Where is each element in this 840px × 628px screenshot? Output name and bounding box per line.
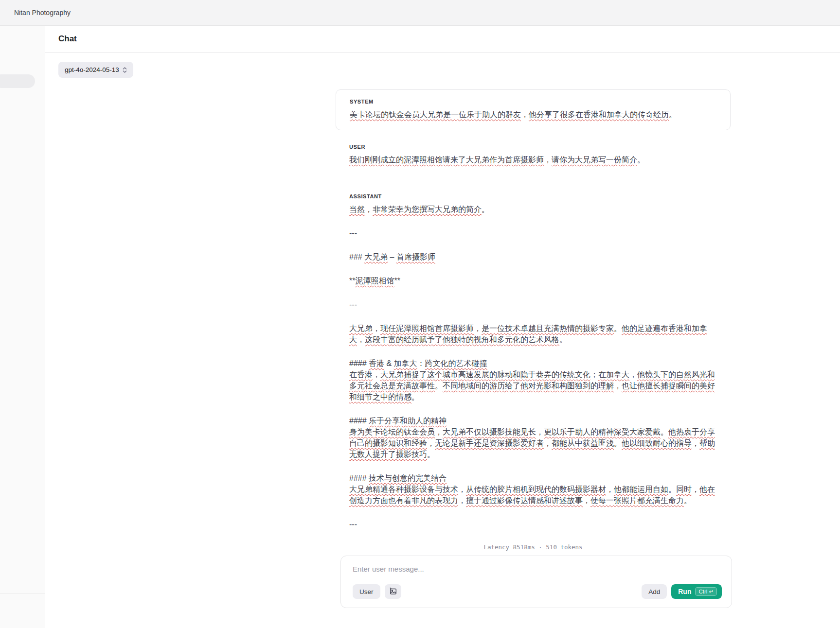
model-selector[interactable]: gpt-4o-2024-05-13 [58, 62, 133, 78]
app-header: Nitan Photography [0, 0, 840, 26]
chat-panel: gpt-4o-2024-05-13 SYSTEM美卡论坛的钛金会员大兄弟是一位乐… [45, 52, 840, 628]
run-shortcut-ctrl: Ctrl [698, 589, 707, 594]
chevron-up-down-icon [123, 67, 127, 73]
page-header: Chat [45, 26, 840, 52]
image-attach-icon [389, 587, 397, 597]
sidebar [0, 26, 45, 628]
run-button-label: Run [678, 588, 691, 595]
message-list: SYSTEM美卡论坛的钛金会员大兄弟是一位乐于助人的群友，他分享了很多在香港和加… [336, 89, 731, 530]
message-system[interactable]: SYSTEM美卡论坛的钛金会员大兄弟是一位乐于助人的群友，他分享了很多在香港和加… [336, 89, 731, 130]
message-assistant[interactable]: ASSISTANT当然，非常荣幸为您撰写大兄弟的简介。---### 大兄弟 – … [336, 193, 731, 530]
latency-stats: Latency 8518ms · 510 tokens [336, 543, 731, 551]
workspace-title[interactable]: Nitan Photography [14, 9, 71, 17]
sidebar-item-active[interactable] [0, 74, 35, 88]
message-content: 我们刚刚成立的泥潭照相馆请来了大兄弟作为首席摄影师，请你为大兄弟写一份简介。 [349, 154, 717, 165]
message-role-label: ASSISTANT [349, 193, 717, 199]
model-name: gpt-4o-2024-05-13 [65, 66, 119, 73]
attach-image-button[interactable] [385, 584, 401, 599]
role-toggle-button[interactable]: User [353, 584, 380, 599]
return-key-icon: ↵ [709, 588, 714, 595]
message-content: 当然，非常荣幸为您撰写大兄弟的简介。---### 大兄弟 – 首席摄影师**泥潭… [349, 204, 717, 530]
message-role-label: USER [349, 144, 717, 150]
sidebar-divider [0, 593, 45, 593]
run-shortcut-badge: Ctrl ↵ [695, 587, 717, 596]
chat-thread: SYSTEM美卡论坛的钛金会员大兄弟是一位乐于助人的群友，他分享了很多在香港和加… [336, 89, 731, 608]
message-content: 美卡论坛的钛金会员大兄弟是一位乐于助人的群友，他分享了很多在香港和加拿大的传奇经… [350, 109, 716, 120]
main-panel: Chat gpt-4o-2024-05-13 SYSTEM美卡论坛的钛金会员大兄… [45, 26, 840, 628]
message-role-label: SYSTEM [350, 99, 716, 105]
message-composer: User Add [340, 556, 732, 608]
add-message-button[interactable]: Add [642, 584, 667, 599]
composer-toolbar: User Add [353, 584, 722, 599]
user-message-input[interactable] [353, 565, 722, 577]
page-title: Chat [58, 34, 77, 44]
run-button[interactable]: Run Ctrl ↵ [671, 584, 722, 599]
message-user[interactable]: USER我们刚刚成立的泥潭照相馆请来了大兄弟作为首席摄影师，请你为大兄弟写一份简… [336, 144, 731, 165]
